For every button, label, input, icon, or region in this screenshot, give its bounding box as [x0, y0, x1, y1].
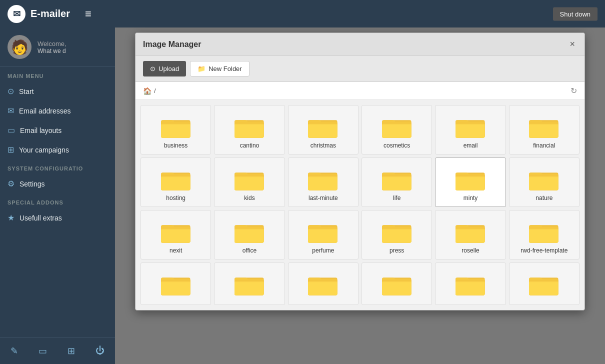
folder-item[interactable]: email [435, 105, 506, 154]
folder-item[interactable]: nexit [140, 210, 211, 260]
folder-name: financial [533, 142, 555, 149]
folder-item[interactable] [140, 262, 211, 305]
folder-svg [234, 166, 264, 190]
folder-svg [308, 166, 338, 190]
sidebar-item-email-addresses[interactable]: ✉ Email addresses [0, 101, 115, 120]
modal-close-button[interactable]: × [568, 39, 577, 50]
folder-svg [529, 218, 559, 243]
folder-item[interactable]: minty [435, 158, 506, 207]
folder-svg [382, 166, 412, 190]
home-icon[interactable]: 🏠 [143, 87, 152, 95]
hamburger-button[interactable]: ≡ [85, 8, 92, 20]
system-config-label: SYSTEM CONFIGURATIO [0, 160, 115, 174]
folder-icon: 📁 [198, 65, 206, 72]
folder-item[interactable]: office [214, 210, 284, 260]
folder-svg [456, 218, 486, 243]
folder-item[interactable]: rwd-free-template [509, 210, 580, 260]
folder-item[interactable]: last-minute [288, 158, 358, 207]
folder-svg [161, 218, 191, 243]
breadcrumb-separator: / [154, 87, 156, 94]
folder-item[interactable]: life [362, 158, 432, 207]
folder-name: christmas [310, 142, 336, 149]
folder-item[interactable] [288, 262, 358, 305]
folder-item[interactable]: perfume [288, 210, 358, 260]
sidebar-item-email-addresses-label: Email addresses [19, 107, 71, 115]
extras-icon: ★ [8, 213, 14, 222]
folder-svg [529, 113, 559, 138]
modal-toolbar: ⊙ Upload 📁 New Folder [136, 56, 584, 82]
folder-item[interactable]: hosting [140, 158, 211, 207]
folder-svg [456, 113, 486, 138]
folder-item[interactable]: roselle [435, 210, 506, 260]
svg-rect-14 [456, 124, 485, 138]
folder-item[interactable]: nature [509, 158, 580, 207]
folder-item[interactable]: financial [509, 105, 580, 154]
svg-rect-23 [234, 176, 264, 190]
folder-svg [234, 270, 264, 296]
svg-rect-2 [161, 124, 190, 138]
folder-item[interactable]: business [140, 105, 211, 154]
folder-name: office [242, 247, 256, 254]
folder-name: life [393, 194, 400, 202]
svg-rect-11 [382, 124, 412, 138]
sidebar-item-settings[interactable]: ⚙ Settings [0, 174, 115, 194]
folder-name: rwd-free-template [520, 247, 568, 254]
folder-name: nature [536, 194, 552, 202]
folder-item[interactable] [362, 262, 432, 305]
folder-name: minty [464, 194, 478, 202]
svg-rect-53 [529, 229, 558, 243]
folder-item[interactable] [214, 262, 284, 305]
folder-svg [529, 270, 559, 296]
folder-name: kids [244, 194, 254, 202]
breadcrumb-bar: 🏠 / ↻ [136, 82, 584, 100]
monitor-icon[interactable]: ▭ [34, 343, 52, 359]
folder-svg [161, 270, 191, 296]
svg-rect-20 [161, 176, 190, 190]
folder-item[interactable]: press [362, 210, 432, 260]
sidebar-bottom: ✎ ▭ ⊞ ⏻ [0, 338, 115, 364]
new-folder-label: New Folder [208, 65, 242, 72]
upload-button[interactable]: ⊙ Upload [143, 61, 186, 76]
sidebar-item-start[interactable]: ⊙ Start [0, 82, 115, 101]
folder-svg [234, 113, 264, 138]
folder-name: perfume [312, 247, 334, 254]
sidebar: 🧑 Welcome, What we d MAIN MENU ⊙ Start ✉… [0, 28, 115, 364]
refresh-icon[interactable]: ↻ [570, 86, 577, 96]
folder-name: email [464, 142, 478, 149]
shutdown-button[interactable]: Shut down [553, 7, 598, 20]
svg-rect-26 [308, 176, 338, 190]
folder-item[interactable]: christmas [288, 105, 358, 154]
start-icon: ⊙ [8, 86, 14, 96]
modal-header: Image Manager × [136, 33, 584, 56]
sidebar-item-start-label: Start [19, 88, 34, 96]
svg-rect-47 [382, 229, 412, 243]
svg-rect-44 [308, 229, 338, 243]
file-grid-wrapper[interactable]: business cantino christmas [136, 100, 584, 310]
grid-icon[interactable]: ⊞ [62, 343, 80, 359]
settings-icon: ⚙ [8, 179, 14, 188]
folder-svg [234, 218, 264, 243]
folder-name: hosting [166, 194, 186, 202]
folder-item[interactable]: kids [214, 158, 284, 207]
folder-item[interactable] [435, 262, 506, 305]
svg-rect-71 [529, 282, 558, 296]
edit-icon[interactable]: ✎ [6, 343, 23, 359]
sidebar-profile: 🧑 Welcome, What we d [0, 28, 115, 67]
power-icon[interactable]: ⏻ [90, 343, 110, 359]
breadcrumb-left: 🏠 / [143, 87, 156, 95]
folder-item[interactable] [509, 262, 580, 305]
folder-svg [308, 270, 338, 296]
new-folder-button[interactable]: 📁 New Folder [190, 61, 249, 76]
sidebar-item-campaigns[interactable]: ⊞ Your campaigns [0, 140, 115, 160]
campaigns-icon: ⊞ [8, 145, 14, 154]
upload-label: Upload [158, 65, 179, 72]
folder-svg [308, 113, 338, 138]
folder-item[interactable]: cosmetics [362, 105, 432, 154]
svg-rect-62 [308, 282, 338, 296]
sidebar-item-email-layouts[interactable]: ▭ Email layouts [0, 120, 115, 140]
folder-item[interactable]: cantino [214, 105, 284, 154]
sidebar-item-extras[interactable]: ★ Usefull extras [0, 208, 115, 228]
modal-title: Image Manager [143, 40, 201, 49]
folder-name: cosmetics [384, 142, 410, 149]
svg-rect-65 [382, 282, 412, 296]
